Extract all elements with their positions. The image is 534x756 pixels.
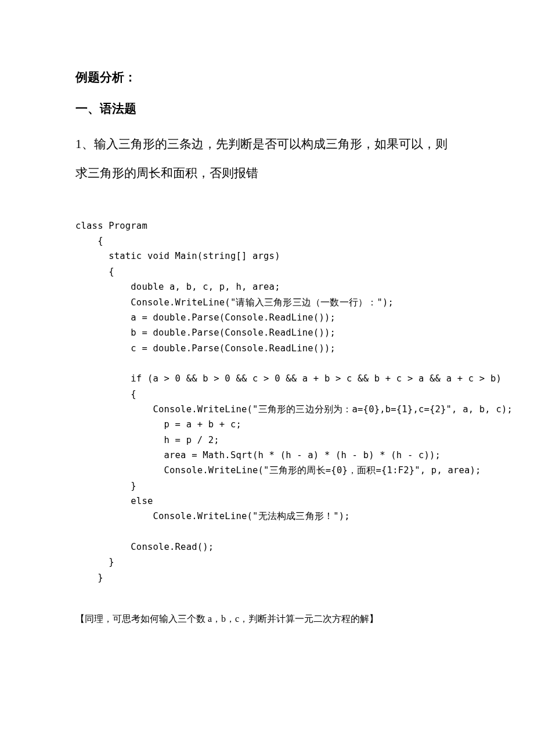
code-block: class Program { static void Main(string[… [75, 218, 459, 585]
problem-statement: 1、输入三角形的三条边，先判断是否可以构成三角形，如果可以，则求三角形的周长和面… [75, 129, 459, 188]
page-heading: 例题分析： [75, 69, 459, 87]
section-title: 一、语法题 [75, 100, 459, 118]
document-page: 例题分析： 一、语法题 1、输入三角形的三条边，先判断是否可以构成三角形，如果可… [0, 0, 534, 660]
footer-note: 【同理，可思考如何输入三个数 a，b，c，判断并计算一元二次方程的解】 [75, 613, 459, 625]
